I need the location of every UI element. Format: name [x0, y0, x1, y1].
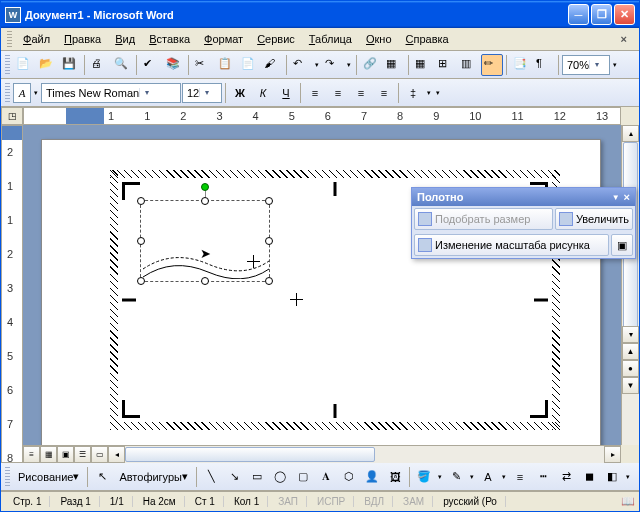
status-rec[interactable]: ЗАП — [270, 496, 307, 507]
resize-handle-ne[interactable] — [265, 197, 273, 205]
status-ovr[interactable]: ЗАМ — [395, 496, 433, 507]
browse-object-button[interactable]: ● — [622, 360, 639, 377]
textbox-button[interactable]: ▢ — [292, 466, 314, 488]
resize-handle-n[interactable] — [201, 197, 209, 205]
undo-button[interactable]: ↶ — [290, 54, 312, 76]
excel-button[interactable]: ⊞ — [435, 54, 457, 76]
italic-button[interactable]: К — [252, 82, 274, 104]
menu-view[interactable]: Вид — [108, 31, 142, 47]
align-center-button[interactable]: ≡ — [327, 82, 349, 104]
drawing-button[interactable]: ✏ — [481, 54, 503, 76]
vertical-scrollbar[interactable]: ▴ ▾ ▲ ● ▼ — [621, 125, 639, 445]
view-reading-button[interactable]: ▭ — [91, 446, 108, 463]
close-icon[interactable]: × — [624, 191, 630, 203]
minimize-button[interactable]: ─ — [568, 4, 589, 25]
titlebar[interactable]: W Документ1 - Microsoft Word ─ ❐ ✕ — [1, 1, 639, 28]
prev-page-button[interactable]: ▲ — [622, 343, 639, 360]
horizontal-ruler[interactable]: 112345678910111213 — [23, 107, 621, 125]
toolbar-overflow[interactable]: ▾ — [611, 61, 619, 69]
paste-button[interactable]: 📄 — [238, 54, 260, 76]
ruler-corner[interactable]: ◳ — [1, 107, 23, 125]
resize-handle-nw[interactable] — [137, 197, 145, 205]
rectangle-button[interactable]: ▭ — [246, 466, 268, 488]
menu-file[interactable]: Файл — [16, 31, 57, 47]
docmap-button[interactable]: 📑 — [510, 54, 532, 76]
oval-button[interactable]: ◯ — [269, 466, 291, 488]
selected-shape[interactable] — [140, 200, 270, 282]
chevron-down-icon[interactable]: ▾ — [199, 88, 213, 97]
arrow-style-button[interactable]: ⇄ — [555, 466, 577, 488]
vertical-ruler[interactable]: 21123456789 — [1, 125, 23, 463]
font-color-button[interactable]: A — [477, 466, 499, 488]
canvas-handle-bl[interactable] — [122, 400, 140, 418]
select-objects-button[interactable]: ↖ — [91, 466, 113, 488]
draw-menu-button[interactable]: Рисование ▾ — [13, 466, 84, 488]
tables-button[interactable]: ▦ — [383, 54, 405, 76]
undo-drop[interactable]: ▾ — [313, 61, 321, 69]
grip-icon[interactable] — [7, 31, 12, 47]
style-combo[interactable]: A — [13, 83, 31, 103]
wordart-button[interactable]: 𝐀 — [315, 466, 337, 488]
redo-drop[interactable]: ▾ — [345, 61, 353, 69]
canvas-handle-br[interactable] — [530, 400, 548, 418]
canvas-handle-b[interactable] — [334, 404, 337, 418]
menu-insert[interactable]: Вставка — [142, 31, 197, 47]
menu-help[interactable]: Справка — [399, 31, 456, 47]
fill-color-button[interactable]: 🪣 — [413, 466, 435, 488]
canvas-handle-t[interactable] — [334, 182, 337, 196]
arrow-button[interactable]: ↘ — [223, 466, 245, 488]
align-left-button[interactable]: ≡ — [304, 82, 326, 104]
horizontal-scrollbar[interactable]: ≡ ▦ ▣ ☰ ▭ ◂ ▸ — [23, 445, 621, 463]
scroll-right-button[interactable]: ▸ — [604, 446, 621, 463]
chevron-down-icon[interactable]: ▾ — [589, 60, 603, 69]
grip-icon[interactable] — [5, 55, 10, 75]
copy-button[interactable]: 📋 — [215, 54, 237, 76]
research-button[interactable]: 📚 — [163, 54, 185, 76]
print-button[interactable]: 🖨 — [88, 54, 110, 76]
preview-button[interactable]: 🔍 — [111, 54, 133, 76]
view-print-button[interactable]: ▣ — [57, 446, 74, 463]
grip-icon[interactable] — [5, 83, 10, 103]
cut-button[interactable]: ✂ — [192, 54, 214, 76]
canvas-handle-r[interactable] — [534, 299, 548, 302]
align-right-button[interactable]: ≡ — [350, 82, 372, 104]
font-combo[interactable]: Times New Roman▾ — [41, 83, 181, 103]
scroll-left-button[interactable]: ◂ — [108, 446, 125, 463]
picture-button[interactable]: 🖼 — [384, 466, 406, 488]
doc-close-button[interactable]: × — [615, 31, 633, 47]
scale-drawing-button[interactable]: Изменение масштаба рисунка — [414, 234, 609, 256]
line-color-button[interactable]: ✎ — [445, 466, 467, 488]
fit-button[interactable]: Подобрать размер — [414, 208, 553, 230]
font-size-combo[interactable]: 12▾ — [182, 83, 222, 103]
line-style-button[interactable]: ≡ — [509, 466, 531, 488]
autoshapes-button[interactable]: Автофигуры ▾ — [114, 466, 193, 488]
zoom-combo[interactable]: 70%▾ — [562, 55, 610, 75]
new-button[interactable]: 📄 — [13, 54, 35, 76]
underline-button[interactable]: Ч — [275, 82, 297, 104]
maximize-button[interactable]: ❐ — [591, 4, 612, 25]
status-book-icon[interactable]: 📖 — [621, 495, 635, 508]
canvas-toolbar[interactable]: Полотно ▼ × Подобрать размер Увеличить И… — [411, 187, 636, 259]
scroll-down-button[interactable]: ▾ — [622, 326, 639, 343]
menu-format[interactable]: Формат — [197, 31, 250, 47]
next-page-button[interactable]: ▼ — [622, 377, 639, 394]
scroll-up-button[interactable]: ▴ — [622, 125, 639, 142]
3d-button[interactable]: ◧ — [601, 466, 623, 488]
view-outline-button[interactable]: ☰ — [74, 446, 91, 463]
open-button[interactable]: 📂 — [36, 54, 58, 76]
insert-table-button[interactable]: ▦ — [412, 54, 434, 76]
align-justify-button[interactable]: ≡ — [373, 82, 395, 104]
document-area[interactable]: ➤ — [23, 125, 621, 445]
spell-button[interactable]: ✔ — [140, 54, 162, 76]
resize-handle-w[interactable] — [137, 237, 145, 245]
expand-button[interactable]: Увеличить — [555, 208, 633, 230]
menu-window[interactable]: Окно — [359, 31, 399, 47]
line-button[interactable]: ╲ — [200, 466, 222, 488]
bold-button[interactable]: Ж — [229, 82, 251, 104]
toolbar-overflow[interactable]: ▾ — [434, 89, 442, 97]
hyperlink-button[interactable]: 🔗 — [360, 54, 382, 76]
redo-button[interactable]: ↷ — [322, 54, 344, 76]
save-button[interactable]: 💾 — [59, 54, 81, 76]
status-lang[interactable]: русский (Ро — [435, 496, 506, 507]
columns-button[interactable]: ▥ — [458, 54, 480, 76]
